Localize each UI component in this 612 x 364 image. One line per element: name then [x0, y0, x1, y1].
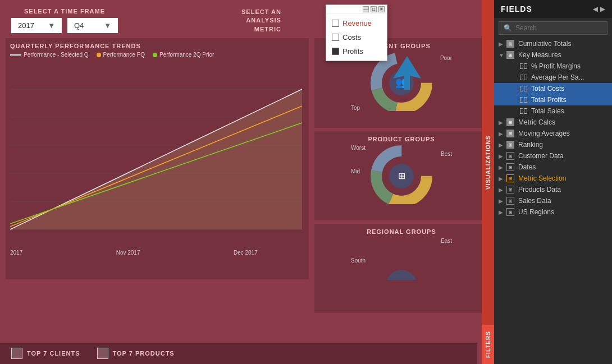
measure-icons — [520, 63, 527, 69]
customer-data-label: Customer Data — [518, 152, 608, 160]
tree-total-sales[interactable]: Total Sales — [494, 105, 612, 117]
svg-text:⊞: ⊞ — [398, 171, 405, 181]
grid-icon: ⊞ — [506, 197, 514, 205]
product-donut: ⊞ — [351, 142, 452, 204]
tree-moving-averages[interactable]: ▶ ⊞ Moving Averages — [494, 128, 612, 139]
us-regions-label: US Regions — [518, 208, 608, 216]
metric-costs-item[interactable]: Costs — [326, 30, 387, 44]
product-label-worst: Worst — [351, 145, 366, 151]
time-frame-section: SELECT A TIME FRAME 2017 ▼ Q4 ▼ — [11, 8, 118, 33]
table-icon: ⊞ — [506, 51, 514, 59]
metric-selection-label: Metric Selection — [518, 174, 608, 182]
popup-maximize-btn[interactable]: □ — [371, 6, 377, 12]
search-box[interactable]: 🔍 — [499, 21, 608, 35]
measure-icons — [520, 108, 527, 114]
chart-title: QUARTERLY PERFORMANCE TRENDS — [10, 43, 304, 49]
legend-2q-prior: Performance 2Q Prior — [153, 52, 214, 58]
side-tabs: VISUALIZATIONS FILTERS — [482, 0, 494, 364]
bottom-products-label: TOP 7 PRODUCTS — [113, 350, 175, 357]
tree-total-profits[interactable]: Total Profits — [494, 94, 612, 105]
cumulative-totals-label: Cumulative Totals — [518, 40, 608, 48]
metric-profits-item[interactable]: Profits — [326, 44, 387, 58]
measure-icons — [520, 75, 527, 80]
grid-icon: ⊞ — [506, 208, 514, 216]
year-dropdown-arrow: ▼ — [48, 21, 55, 30]
arrow-icon: ▼ — [499, 52, 504, 58]
popup-minimize-btn[interactable]: — — [363, 6, 369, 12]
metric-revenue-item[interactable]: Revenue — [326, 16, 387, 30]
profits-label: Profits — [342, 47, 363, 56]
tree-average-per-sa[interactable]: Average Per Sa... — [494, 72, 612, 83]
sales-data-label: Sales Data — [518, 197, 608, 205]
grid-icon: ⊞ — [506, 163, 514, 171]
regional-groups: REGIONAL GROUPS 🌐 South East — [314, 224, 488, 313]
fields-arrow-left[interactable]: ◀ — [593, 6, 598, 13]
tree-metric-selection[interactable]: ▶ ⊞ Metric Selection — [494, 173, 612, 184]
year-dropdown[interactable]: 2017 ▼ — [11, 18, 62, 33]
tree-customer-data[interactable]: ▶ ⊞ Customer Data — [494, 150, 612, 162]
regional-label-south: South — [351, 257, 366, 264]
bottom-clients: TOP 7 CLIENTS — [11, 348, 80, 359]
grid-icon-gold: ⊞ — [506, 174, 514, 182]
quarter-dropdown[interactable]: Q4 ▼ — [67, 18, 118, 33]
svg-point-21 — [386, 270, 417, 280]
products-data-label: Products Data — [518, 186, 608, 193]
costs-label: Costs — [342, 33, 361, 42]
popup-close-btn[interactable]: ✕ — [378, 6, 385, 12]
blue-arrow-indicator — [393, 56, 421, 92]
filters-tab[interactable]: FILTERS — [482, 325, 494, 364]
performance-chart — [10, 61, 302, 246]
key-measures-label: Key Measures — [518, 51, 608, 59]
client-label-poor: Poor — [440, 55, 452, 61]
fields-arrow-right[interactable]: ▶ — [600, 6, 605, 13]
tree-profit-margins[interactable]: % Profit Margins — [494, 61, 612, 72]
fields-panel: VISUALIZATIONS FILTERS FIELDS ◀ ▶ 🔍 ▶ ⊞ … — [494, 0, 612, 364]
regional-donut: 🌐 — [351, 235, 452, 280]
profit-margins-label: % Profit Margins — [531, 62, 608, 70]
measure-icons — [520, 97, 527, 103]
legend-pq: Performance PQ — [97, 52, 145, 58]
profits-checkbox[interactable] — [332, 48, 339, 55]
chart-legend: Performance - Selected Q Performance PQ … — [10, 52, 304, 58]
bottom-clients-label: TOP 7 CLIENTS — [27, 350, 80, 357]
svg-marker-0 — [393, 56, 421, 90]
search-icon: 🔍 — [504, 24, 512, 32]
revenue-checkbox[interactable] — [332, 20, 339, 27]
table-icon: ⊞ — [506, 40, 514, 48]
bottom-bar: TOP 7 CLIENTS TOP 7 PRODUCTS — [0, 343, 477, 364]
metric-calcs-label: Metric Calcs — [518, 118, 608, 126]
metric-popup: — □ ✕ Revenue Costs Profits — [326, 4, 387, 61]
bottom-clients-icon — [11, 348, 22, 359]
tree-products-data[interactable]: ▶ ⊞ Products Data — [494, 184, 612, 195]
tree-dates[interactable]: ▶ ⊞ Dates — [494, 162, 612, 173]
measure-icons — [520, 86, 527, 91]
tree-cumulative-totals[interactable]: ▶ ⊞ Cumulative Totals — [494, 38, 612, 49]
tree-metric-calcs[interactable]: ▶ ⊞ Metric Calcs — [494, 117, 612, 128]
arrow-icon: ▶ — [499, 41, 504, 47]
tree-total-costs[interactable]: Total Costs — [494, 83, 612, 94]
revenue-label: Revenue — [342, 19, 372, 27]
tree-key-measures[interactable]: ▼ ⊞ Key Measures — [494, 49, 612, 61]
average-per-sa-label: Average Per Sa... — [531, 73, 608, 81]
fields-title: FIELDS — [501, 4, 532, 13]
visualizations-tab[interactable]: VISUALIZATIONS — [482, 0, 494, 325]
costs-checkbox[interactable] — [332, 34, 339, 41]
bottom-products: TOP 7 PRODUCTS — [97, 348, 175, 359]
left-section: QUARTERLY PERFORMANCE TRENDS Performance… — [6, 38, 314, 313]
grid-icon: ⊞ — [506, 186, 514, 193]
tree-sales-data[interactable]: ▶ ⊞ Sales Data — [494, 195, 612, 206]
product-groups: PRODUCT GROUPS ⊞ Worst Mid Best — [314, 131, 488, 220]
product-label-best: Best — [441, 151, 452, 157]
fields-header: FIELDS ◀ ▶ — [494, 0, 612, 18]
search-input[interactable] — [515, 24, 602, 32]
metric-label-3: METRIC — [241, 25, 281, 34]
metric-label-1: SELECT AN — [241, 8, 281, 16]
tree-us-regions[interactable]: ▶ ⊞ US Regions — [494, 206, 612, 218]
year-value: 2017 — [18, 21, 34, 30]
tree-ranking[interactable]: ▶ ⊞ Ranking — [494, 139, 612, 150]
table-icon: ⊞ — [506, 130, 514, 137]
total-sales-label: Total Sales — [531, 107, 608, 115]
product-label-mid: Mid — [351, 168, 360, 174]
grid-icon: ⊞ — [506, 152, 514, 160]
time-frame-label: SELECT A TIME FRAME — [11, 8, 118, 15]
